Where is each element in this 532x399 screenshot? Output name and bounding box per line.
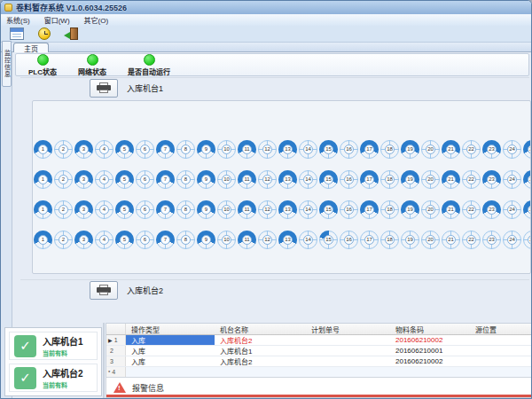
roll-slot[interactable]: 3	[74, 200, 93, 219]
roll-slot[interactable]: 19	[401, 140, 419, 159]
roll-slot[interactable]: 10	[217, 170, 236, 189]
row-header-cell[interactable]: ▶1	[106, 335, 126, 345]
roll-slot[interactable]: 2	[54, 170, 73, 189]
roll-slot[interactable]: 22	[462, 231, 481, 249]
table-row[interactable]: 3入库入库机台2201606210002	[106, 356, 532, 367]
roll-slot[interactable]: 1	[34, 200, 52, 219]
roll-slot[interactable]: 17	[360, 140, 379, 159]
roll-slot[interactable]: 12	[258, 231, 277, 249]
roll-slot[interactable]: 18	[380, 170, 399, 189]
roll-slot[interactable]: 20	[421, 170, 440, 189]
cell-machine[interactable]: 入库机台1	[215, 346, 306, 356]
roll-slot[interactable]: 5	[115, 200, 134, 219]
roll-slot[interactable]: 16	[340, 170, 358, 189]
menu-item[interactable]: 系统(S)	[6, 15, 30, 25]
roll-slot[interactable]: 25	[523, 140, 531, 159]
roll-slot[interactable]: 21	[442, 140, 460, 159]
roll-slot[interactable]: 8	[176, 231, 195, 249]
roll-slot[interactable]: 24	[503, 170, 521, 189]
roll-slot[interactable]: 11	[238, 170, 256, 189]
roll-slot[interactable]: 8	[176, 170, 195, 189]
roll-slot[interactable]: 7	[156, 200, 175, 219]
roll-slot[interactable]: 4	[95, 200, 113, 219]
column-header[interactable]: 机台名称	[215, 324, 306, 334]
cell-op[interactable]: 入库	[126, 346, 215, 356]
roll-slot[interactable]: 18	[380, 231, 399, 249]
roll-slot[interactable]: 18	[380, 140, 399, 159]
roll-slot[interactable]: 1	[34, 170, 52, 189]
cell-src[interactable]	[470, 356, 532, 366]
cell-src[interactable]	[470, 335, 532, 345]
roll-slot[interactable]: 25	[523, 170, 531, 189]
roll-slot[interactable]: 4	[95, 170, 113, 189]
row-header-cell[interactable]: 3	[106, 356, 126, 366]
table-row[interactable]: 2入库入库机台1201606210001	[106, 346, 532, 356]
table-row[interactable]: ▶1入库入库机台2201606210002	[106, 335, 532, 346]
roll-slot[interactable]: 12	[258, 140, 277, 159]
cell-machine[interactable]: 入库机台2	[215, 335, 306, 345]
cell-op[interactable]	[126, 367, 215, 377]
roll-slot[interactable]: 14	[299, 140, 317, 159]
roll-slot[interactable]: 21	[442, 200, 460, 219]
roll-slot[interactable]: 10	[217, 231, 236, 249]
roll-slot[interactable]: 15	[319, 140, 338, 159]
exit-button[interactable]	[63, 27, 81, 42]
machine-card[interactable]: ✓入库机台2当前有料	[9, 364, 98, 392]
cell-machine[interactable]: 入库机台2	[215, 356, 306, 366]
print-button-machine2[interactable]	[90, 281, 118, 300]
roll-slot[interactable]: 9	[197, 231, 215, 249]
roll-slot[interactable]: 3	[74, 170, 93, 189]
roll-slot[interactable]: 4	[95, 140, 113, 159]
roll-slot[interactable]: 23	[482, 140, 501, 159]
cell-src[interactable]	[470, 367, 532, 377]
roll-slot[interactable]: 25	[523, 200, 531, 219]
roll-slot[interactable]: 20	[421, 140, 440, 159]
roll-slot[interactable]: 17	[360, 170, 379, 189]
roll-slot[interactable]: 22	[462, 200, 481, 219]
roll-slot[interactable]: 8	[176, 140, 195, 159]
cell-barcode[interactable]	[390, 367, 470, 377]
roll-slot[interactable]: 13	[278, 200, 297, 219]
roll-slot[interactable]: 3	[74, 140, 93, 159]
cell-plan[interactable]	[306, 367, 390, 377]
roll-slot[interactable]: 7	[156, 140, 175, 159]
roll-slot[interactable]: 8	[176, 200, 195, 219]
roll-slot[interactable]: 24	[503, 231, 521, 249]
clock-button[interactable]	[35, 27, 53, 42]
cell-plan[interactable]	[306, 356, 390, 366]
roll-slot[interactable]: 4	[95, 231, 113, 249]
roll-slot[interactable]: 12	[258, 200, 277, 219]
roll-slot[interactable]: 22	[462, 140, 481, 159]
roll-slot[interactable]: 21	[442, 170, 460, 189]
cell-op[interactable]: 入库	[126, 335, 215, 345]
cell-barcode[interactable]: 201606210001	[390, 346, 470, 356]
roll-slot[interactable]: 9	[197, 140, 215, 159]
roll-slot[interactable]: 11	[238, 140, 256, 159]
roll-slot[interactable]: 11	[238, 231, 256, 249]
roll-slot[interactable]: 12	[258, 170, 277, 189]
roll-slot[interactable]: 6	[136, 231, 154, 249]
roll-slot[interactable]: 19	[401, 231, 419, 249]
roll-slot[interactable]: 5	[115, 231, 134, 249]
roll-slot[interactable]: 6	[136, 170, 154, 189]
column-header[interactable]: 物料条码	[390, 324, 470, 334]
row-header-cell[interactable]: *4	[106, 367, 126, 377]
tab-home[interactable]: 主页	[13, 43, 49, 52]
roll-slot[interactable]: 15	[319, 170, 338, 189]
roll-slot[interactable]: 3	[74, 231, 93, 249]
roll-slot[interactable]: 24	[503, 140, 521, 159]
roll-slot[interactable]: 9	[197, 170, 215, 189]
roll-slot[interactable]: 7	[156, 170, 175, 189]
roll-slot[interactable]: 16	[340, 200, 358, 219]
roll-slot[interactable]: 2	[54, 231, 73, 249]
roll-slot[interactable]: 23	[482, 231, 501, 249]
roll-slot[interactable]: 25	[523, 231, 531, 249]
machine-card[interactable]: ✓入库机台1当前有料	[9, 332, 98, 360]
roll-slot[interactable]: 16	[340, 231, 358, 249]
roll-slot[interactable]: 6	[136, 200, 154, 219]
cell-barcode[interactable]: 201606210002	[390, 356, 470, 366]
cell-barcode[interactable]: 201606210002	[390, 335, 470, 345]
column-header[interactable]: 源位置	[470, 324, 532, 334]
roll-slot[interactable]: 13	[278, 140, 297, 159]
roll-slot[interactable]: 9	[197, 200, 215, 219]
